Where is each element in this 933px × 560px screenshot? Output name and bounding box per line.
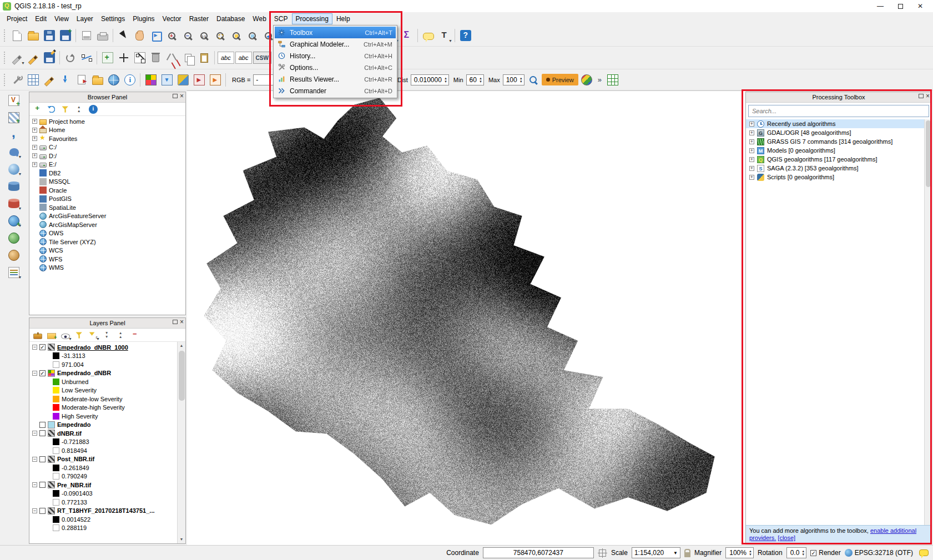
menu-edit[interactable]: Edit [31, 13, 51, 24]
scp-info-button[interactable] [122, 72, 137, 87]
layers-scrollbar[interactable]: ▲ ▼ [177, 342, 185, 543]
add-wms-layer-button[interactable]: ▼ [7, 213, 22, 228]
add-vector-layer-button[interactable] [7, 93, 22, 108]
browser-item-e[interactable]: +E:/ [29, 160, 185, 169]
collapse-icon[interactable]: − [32, 482, 37, 487]
layer-visibility-checkbox[interactable] [39, 508, 46, 514]
remove-layer-button[interactable] [129, 329, 141, 341]
scp-settings-button[interactable] [9, 72, 24, 87]
zoom-in-button[interactable] [164, 28, 179, 43]
scroll-up-icon[interactable]: ▲ [178, 342, 185, 350]
add-oracle-layer-button[interactable]: ▼ [7, 196, 22, 211]
layer-row-empedrado[interactable]: Empedrado [29, 421, 185, 430]
min-spinbox[interactable]: 60▲▼ [466, 74, 484, 85]
expand-icon[interactable]: + [32, 162, 37, 167]
scp-download-products-button[interactable] [58, 72, 73, 87]
layer-row-dnbr-tif[interactable]: −dNBR.tif [29, 429, 185, 438]
expand-icon[interactable]: + [32, 128, 37, 133]
filter-browser-button[interactable] [59, 103, 72, 115]
add-selected-layers-button[interactable] [32, 103, 44, 115]
save-project-as-button[interactable] [58, 28, 73, 43]
browser-item-wms[interactable]: WMS [29, 264, 185, 273]
menu-item-history[interactable]: History...Ctrl+Alt+H [275, 50, 396, 62]
scp-import-button[interactable] [191, 72, 206, 87]
scroll-down-icon[interactable]: ▼ [178, 536, 185, 543]
layer-visibility-checkbox[interactable] [39, 422, 46, 428]
render-checkbox[interactable]: ✓ Render [810, 549, 840, 557]
filter-expression-button[interactable]: ▼ [87, 329, 99, 341]
copy-features-button[interactable] [180, 51, 195, 65]
browser-item-home[interactable]: +Home [29, 126, 185, 135]
add-wcs-layer-button[interactable] [7, 230, 22, 245]
close-button[interactable]: ✕ [910, 1, 930, 12]
browser-item-arcgisfeatureserver[interactable]: ArcGisFeatureServer [29, 212, 185, 221]
close-panel-icon[interactable]: × [180, 319, 184, 325]
add-feature-button[interactable] [100, 51, 115, 65]
close-message-link[interactable]: [close] [778, 534, 795, 541]
csw-button[interactable]: CSW [253, 52, 271, 64]
new-shapefile-layer-button[interactable]: ▼ [7, 265, 22, 280]
menu-settings[interactable]: Settings [97, 13, 129, 24]
composer-manager-button[interactable] [95, 28, 110, 43]
menu-plugins[interactable]: Plugins [129, 13, 158, 24]
rotation-spinbox[interactable]: 0.0 ▲▼ [786, 547, 807, 558]
coordinate-input[interactable] [483, 547, 594, 558]
browser-item-wfs[interactable]: WFS [29, 255, 185, 264]
zoom-native-button[interactable] [196, 28, 211, 43]
zoom-full-button[interactable] [213, 28, 228, 43]
open-project-button[interactable] [26, 28, 41, 43]
add-mssql-layer-button[interactable] [7, 179, 22, 194]
checkbox-icon[interactable]: ✓ [810, 550, 816, 556]
toolbox-search-input[interactable] [748, 105, 929, 117]
menu-web[interactable]: Web [249, 13, 270, 24]
toolbar-overflow-icon[interactable]: » [598, 75, 602, 84]
delete-selected-button[interactable] [148, 51, 163, 65]
new-project-button[interactable] [9, 28, 24, 43]
minimize-button[interactable]: — [870, 1, 890, 12]
text-annotation-button[interactable]: ▼ [437, 28, 452, 43]
browser-item-arcgismapserver[interactable]: ArcGisMapServer [29, 220, 185, 229]
dist-spinbox[interactable]: 0.010000▲▼ [411, 74, 449, 85]
save-project-button[interactable] [42, 28, 57, 43]
scp-plugin-button[interactable] [175, 72, 190, 87]
expand-icon[interactable]: + [749, 157, 754, 162]
float-panel-icon[interactable] [173, 320, 178, 324]
expand-icon[interactable]: + [749, 175, 754, 180]
collapse-all-layers-button[interactable] [115, 329, 127, 341]
collapse-icon[interactable]: − [32, 371, 37, 376]
expand-icon[interactable]: + [749, 130, 754, 135]
menu-scp[interactable]: SCP [270, 13, 292, 24]
toolbox-provider-grass-gis-7-commands-314-geoalgorithms[interactable]: +GRASS GIS 7 commands [314 geoalgorithms… [746, 137, 931, 146]
toolbox-provider-models-0-geoalgorithms[interactable]: +MModels [0 geoalgorithms] [746, 146, 931, 155]
close-panel-icon[interactable]: × [180, 93, 184, 99]
help-button[interactable] [458, 28, 473, 43]
pan-to-selection-button[interactable] [148, 28, 163, 43]
zoom-out-button[interactable] [180, 28, 195, 43]
layer-row-rt-t18hyf-20170218t143751[interactable]: −RT_T18HYF_20170218T143751_... [29, 507, 185, 516]
menu-processing[interactable]: Processing [292, 13, 332, 24]
pan-map-button[interactable] [132, 28, 147, 43]
scale-combo[interactable]: 1:154,020 ▼ [632, 547, 680, 558]
browser-item-project-home[interactable]: +Project home [29, 117, 185, 126]
menu-view[interactable]: View [51, 13, 73, 24]
statistical-summary-button[interactable] [400, 28, 415, 43]
max-spinbox[interactable]: 100▲▼ [503, 74, 525, 85]
toolbox-provider-qgis-geoalgorithms-117-geoalgorithms[interactable]: +QQGIS geoalgorithms [117 geoalgorithms] [746, 155, 931, 164]
add-wfs-layer-button[interactable] [7, 248, 22, 263]
expand-icon[interactable]: + [32, 145, 37, 150]
browser-item-wcs[interactable]: WCS [29, 246, 185, 255]
zoom-to-layer-button[interactable] [245, 28, 260, 43]
menu-item-results-viewer[interactable]: Results Viewer...Ctrl+Alt+R [275, 73, 396, 85]
close-panel-icon[interactable]: × [926, 93, 930, 99]
browser-item-postgis[interactable]: PostGIS [29, 195, 185, 204]
scp-export-raster-button[interactable] [208, 72, 223, 87]
scp-grid-button[interactable] [605, 72, 620, 87]
spin-arrows-icon[interactable]: ▲▼ [749, 549, 752, 556]
menu-item-toolbox[interactable]: ToolboxCtrl+Alt+T [275, 27, 396, 38]
touch-zoom-button[interactable] [116, 28, 131, 43]
scp-band-set-button[interactable] [26, 72, 41, 87]
properties-widget-button[interactable] [87, 103, 99, 115]
menu-help[interactable]: Help [332, 13, 354, 24]
scp-color-composite-button[interactable] [579, 72, 594, 87]
spin-arrows-icon[interactable]: ▲▼ [479, 77, 482, 83]
